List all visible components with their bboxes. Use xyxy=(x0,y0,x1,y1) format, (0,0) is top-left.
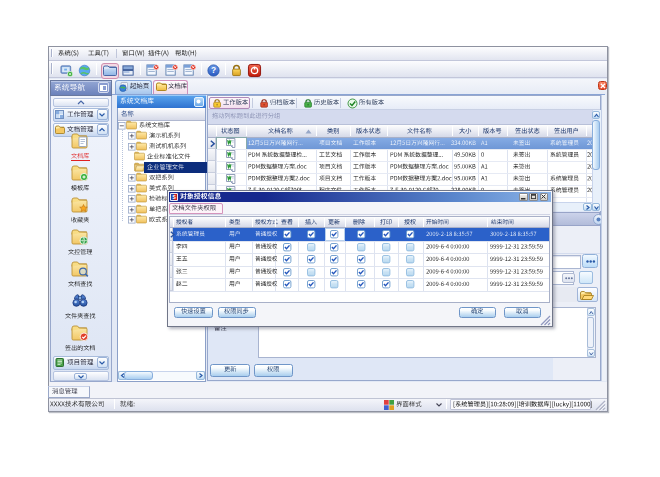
svg-text:?: ? xyxy=(210,65,215,75)
svg-text:S: S xyxy=(172,194,176,200)
